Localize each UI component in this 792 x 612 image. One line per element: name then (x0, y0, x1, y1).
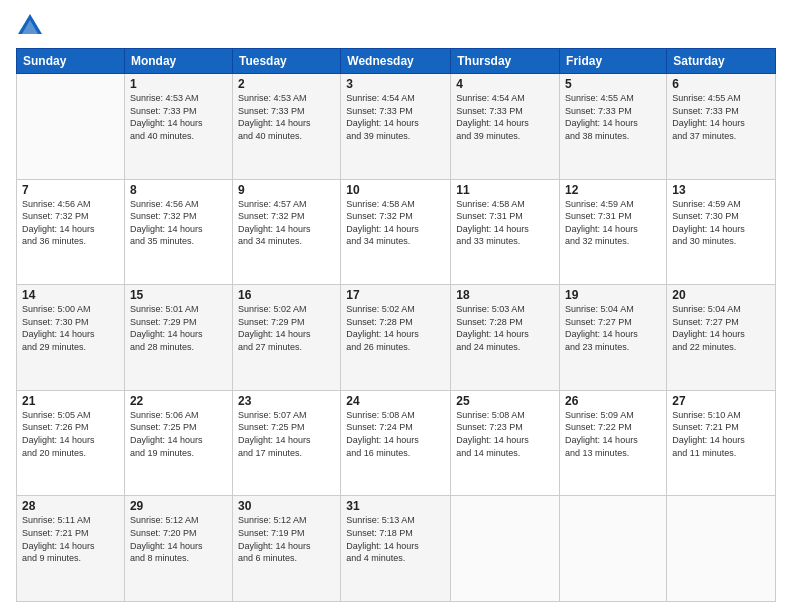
day-info: Sunrise: 4:54 AM Sunset: 7:33 PM Dayligh… (346, 92, 445, 142)
calendar-cell: 15Sunrise: 5:01 AM Sunset: 7:29 PM Dayli… (124, 285, 232, 391)
calendar-cell: 10Sunrise: 4:58 AM Sunset: 7:32 PM Dayli… (341, 179, 451, 285)
calendar-cell: 16Sunrise: 5:02 AM Sunset: 7:29 PM Dayli… (232, 285, 340, 391)
day-number: 8 (130, 183, 227, 197)
calendar-cell: 20Sunrise: 5:04 AM Sunset: 7:27 PM Dayli… (667, 285, 776, 391)
calendar-body: 1Sunrise: 4:53 AM Sunset: 7:33 PM Daylig… (17, 74, 776, 602)
day-number: 19 (565, 288, 661, 302)
day-number: 27 (672, 394, 770, 408)
day-number: 15 (130, 288, 227, 302)
calendar-cell: 30Sunrise: 5:12 AM Sunset: 7:19 PM Dayli… (232, 496, 340, 602)
day-number: 13 (672, 183, 770, 197)
day-number: 10 (346, 183, 445, 197)
day-info: Sunrise: 5:12 AM Sunset: 7:20 PM Dayligh… (130, 514, 227, 564)
header (16, 12, 776, 40)
day-info: Sunrise: 4:59 AM Sunset: 7:31 PM Dayligh… (565, 198, 661, 248)
day-info: Sunrise: 4:53 AM Sunset: 7:33 PM Dayligh… (130, 92, 227, 142)
calendar-cell: 28Sunrise: 5:11 AM Sunset: 7:21 PM Dayli… (17, 496, 125, 602)
calendar-cell: 29Sunrise: 5:12 AM Sunset: 7:20 PM Dayli… (124, 496, 232, 602)
day-number: 4 (456, 77, 554, 91)
calendar-cell: 8Sunrise: 4:56 AM Sunset: 7:32 PM Daylig… (124, 179, 232, 285)
calendar-cell: 25Sunrise: 5:08 AM Sunset: 7:23 PM Dayli… (451, 390, 560, 496)
day-info: Sunrise: 5:05 AM Sunset: 7:26 PM Dayligh… (22, 409, 119, 459)
day-number: 14 (22, 288, 119, 302)
page-container: SundayMondayTuesdayWednesdayThursdayFrid… (0, 0, 792, 612)
day-number: 9 (238, 183, 335, 197)
calendar-cell: 14Sunrise: 5:00 AM Sunset: 7:30 PM Dayli… (17, 285, 125, 391)
calendar-cell: 4Sunrise: 4:54 AM Sunset: 7:33 PM Daylig… (451, 74, 560, 180)
calendar-cell: 13Sunrise: 4:59 AM Sunset: 7:30 PM Dayli… (667, 179, 776, 285)
day-info: Sunrise: 5:08 AM Sunset: 7:24 PM Dayligh… (346, 409, 445, 459)
day-info: Sunrise: 5:00 AM Sunset: 7:30 PM Dayligh… (22, 303, 119, 353)
day-info: Sunrise: 4:56 AM Sunset: 7:32 PM Dayligh… (130, 198, 227, 248)
day-number: 3 (346, 77, 445, 91)
day-info: Sunrise: 5:04 AM Sunset: 7:27 PM Dayligh… (672, 303, 770, 353)
header-day-sunday: Sunday (17, 49, 125, 74)
day-number: 2 (238, 77, 335, 91)
day-number: 24 (346, 394, 445, 408)
calendar-cell (17, 74, 125, 180)
calendar-cell: 21Sunrise: 5:05 AM Sunset: 7:26 PM Dayli… (17, 390, 125, 496)
header-row: SundayMondayTuesdayWednesdayThursdayFrid… (17, 49, 776, 74)
day-number: 31 (346, 499, 445, 513)
calendar-table: SundayMondayTuesdayWednesdayThursdayFrid… (16, 48, 776, 602)
day-info: Sunrise: 5:13 AM Sunset: 7:18 PM Dayligh… (346, 514, 445, 564)
calendar-cell (451, 496, 560, 602)
calendar-cell: 2Sunrise: 4:53 AM Sunset: 7:33 PM Daylig… (232, 74, 340, 180)
calendar-cell: 9Sunrise: 4:57 AM Sunset: 7:32 PM Daylig… (232, 179, 340, 285)
day-number: 12 (565, 183, 661, 197)
calendar-cell: 24Sunrise: 5:08 AM Sunset: 7:24 PM Dayli… (341, 390, 451, 496)
day-info: Sunrise: 4:54 AM Sunset: 7:33 PM Dayligh… (456, 92, 554, 142)
header-day-tuesday: Tuesday (232, 49, 340, 74)
day-info: Sunrise: 5:04 AM Sunset: 7:27 PM Dayligh… (565, 303, 661, 353)
day-number: 11 (456, 183, 554, 197)
calendar-cell (560, 496, 667, 602)
header-day-monday: Monday (124, 49, 232, 74)
calendar-cell: 7Sunrise: 4:56 AM Sunset: 7:32 PM Daylig… (17, 179, 125, 285)
day-info: Sunrise: 5:03 AM Sunset: 7:28 PM Dayligh… (456, 303, 554, 353)
logo-icon (16, 12, 44, 40)
header-day-friday: Friday (560, 49, 667, 74)
calendar-cell: 5Sunrise: 4:55 AM Sunset: 7:33 PM Daylig… (560, 74, 667, 180)
week-row-1: 1Sunrise: 4:53 AM Sunset: 7:33 PM Daylig… (17, 74, 776, 180)
header-day-saturday: Saturday (667, 49, 776, 74)
calendar-cell: 22Sunrise: 5:06 AM Sunset: 7:25 PM Dayli… (124, 390, 232, 496)
day-number: 16 (238, 288, 335, 302)
calendar-cell: 11Sunrise: 4:58 AM Sunset: 7:31 PM Dayli… (451, 179, 560, 285)
calendar-cell: 18Sunrise: 5:03 AM Sunset: 7:28 PM Dayli… (451, 285, 560, 391)
calendar-header: SundayMondayTuesdayWednesdayThursdayFrid… (17, 49, 776, 74)
day-info: Sunrise: 5:08 AM Sunset: 7:23 PM Dayligh… (456, 409, 554, 459)
calendar-cell: 12Sunrise: 4:59 AM Sunset: 7:31 PM Dayli… (560, 179, 667, 285)
day-info: Sunrise: 5:11 AM Sunset: 7:21 PM Dayligh… (22, 514, 119, 564)
day-info: Sunrise: 5:06 AM Sunset: 7:25 PM Dayligh… (130, 409, 227, 459)
day-info: Sunrise: 4:55 AM Sunset: 7:33 PM Dayligh… (672, 92, 770, 142)
day-info: Sunrise: 4:56 AM Sunset: 7:32 PM Dayligh… (22, 198, 119, 248)
calendar-cell: 27Sunrise: 5:10 AM Sunset: 7:21 PM Dayli… (667, 390, 776, 496)
day-number: 6 (672, 77, 770, 91)
day-info: Sunrise: 4:53 AM Sunset: 7:33 PM Dayligh… (238, 92, 335, 142)
day-info: Sunrise: 5:12 AM Sunset: 7:19 PM Dayligh… (238, 514, 335, 564)
day-info: Sunrise: 4:55 AM Sunset: 7:33 PM Dayligh… (565, 92, 661, 142)
day-info: Sunrise: 5:02 AM Sunset: 7:28 PM Dayligh… (346, 303, 445, 353)
day-info: Sunrise: 5:01 AM Sunset: 7:29 PM Dayligh… (130, 303, 227, 353)
day-number: 25 (456, 394, 554, 408)
week-row-2: 7Sunrise: 4:56 AM Sunset: 7:32 PM Daylig… (17, 179, 776, 285)
day-number: 5 (565, 77, 661, 91)
calendar-cell: 19Sunrise: 5:04 AM Sunset: 7:27 PM Dayli… (560, 285, 667, 391)
day-number: 30 (238, 499, 335, 513)
day-info: Sunrise: 5:09 AM Sunset: 7:22 PM Dayligh… (565, 409, 661, 459)
day-number: 28 (22, 499, 119, 513)
day-number: 29 (130, 499, 227, 513)
day-number: 21 (22, 394, 119, 408)
header-day-thursday: Thursday (451, 49, 560, 74)
day-info: Sunrise: 5:02 AM Sunset: 7:29 PM Dayligh… (238, 303, 335, 353)
week-row-3: 14Sunrise: 5:00 AM Sunset: 7:30 PM Dayli… (17, 285, 776, 391)
day-info: Sunrise: 4:58 AM Sunset: 7:31 PM Dayligh… (456, 198, 554, 248)
week-row-5: 28Sunrise: 5:11 AM Sunset: 7:21 PM Dayli… (17, 496, 776, 602)
logo (16, 12, 48, 40)
calendar-cell (667, 496, 776, 602)
calendar-cell: 17Sunrise: 5:02 AM Sunset: 7:28 PM Dayli… (341, 285, 451, 391)
day-info: Sunrise: 5:07 AM Sunset: 7:25 PM Dayligh… (238, 409, 335, 459)
day-info: Sunrise: 4:58 AM Sunset: 7:32 PM Dayligh… (346, 198, 445, 248)
day-number: 23 (238, 394, 335, 408)
day-number: 17 (346, 288, 445, 302)
